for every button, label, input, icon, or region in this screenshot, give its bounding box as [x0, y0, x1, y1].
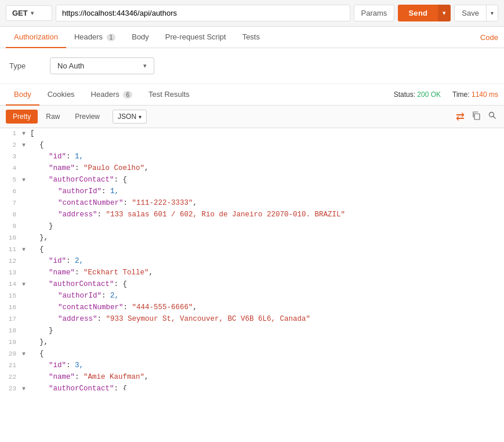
line-content: [ [30, 128, 504, 139]
json-line: 6"authorId": 1, [0, 186, 504, 198]
json-line: 19}, [0, 337, 504, 349]
line-toggle-icon[interactable]: ▼ [22, 245, 30, 255]
line-content: { [30, 349, 504, 360]
tab-response-headers[interactable]: Headers 6 [83, 84, 140, 106]
json-line: 21"id": 3, [0, 360, 504, 372]
save-button[interactable]: Save [455, 5, 486, 21]
json-line: 5▼"authorContact": { [0, 175, 504, 186]
line-content: "id": 1, [30, 151, 504, 162]
json-line: 10}, [0, 233, 504, 244]
line-content: { [30, 244, 504, 255]
json-line: 23▼"authorContact": { [0, 383, 504, 390]
tab-tests[interactable]: Tests [234, 27, 268, 48]
time-label: Time: 1140 ms [452, 90, 498, 99]
json-line: 1▼[ [0, 128, 504, 140]
json-line: 3"id": 1, [0, 151, 504, 163]
line-toggle-icon[interactable]: ▼ [22, 141, 30, 150]
json-line: 14▼"authorContact": { [0, 279, 504, 291]
search-button[interactable] [487, 110, 498, 124]
format-value: JSON [118, 113, 136, 121]
tab-prerequest[interactable]: Pre-request Script [157, 27, 234, 48]
line-toggle-icon[interactable]: ▼ [22, 350, 30, 359]
copy-button[interactable] [470, 110, 482, 124]
url-input[interactable] [56, 5, 350, 21]
tab-preview[interactable]: Preview [68, 110, 107, 124]
line-toggle-icon[interactable]: ▼ [22, 176, 30, 185]
line-content: "contactNumber": "111-222-3333", [30, 198, 504, 209]
json-line: 17"address": "933 Seymour St, Vancouver,… [0, 314, 504, 325]
json-line: 7"contactNumber": "111-222-3333", [0, 198, 504, 209]
line-content: } [30, 325, 504, 336]
request-tabs: Authorization Headers 1 Body Pre-request… [0, 27, 504, 48]
send-button[interactable]: Send [398, 5, 438, 21]
line-content: "authorContact": { [30, 383, 504, 390]
code-link[interactable]: Code [480, 33, 498, 42]
line-content: "authorId": 2, [30, 291, 504, 302]
line-content: }, [30, 233, 504, 244]
auth-chevron-icon: ▾ [143, 62, 147, 70]
status-value: 200 OK [417, 90, 441, 99]
auth-type-select[interactable]: No Auth ▾ [50, 57, 154, 74]
tab-body[interactable]: Body [124, 27, 157, 48]
line-content: "authorContact": { [30, 279, 504, 290]
params-button[interactable]: Params [354, 5, 395, 21]
format-select[interactable]: JSON ▾ [113, 110, 147, 124]
svg-rect-0 [474, 114, 480, 119]
svg-point-1 [490, 113, 494, 117]
headers-badge: 1 [107, 34, 116, 41]
wrap-button[interactable]: ⇄ [455, 109, 466, 124]
line-toggle-icon[interactable]: ▼ [22, 280, 30, 289]
view-actions: ⇄ [455, 109, 498, 124]
line-content: } [30, 221, 504, 232]
tab-test-results[interactable]: Test Results [140, 84, 198, 106]
json-line: 9} [0, 221, 504, 233]
method-select[interactable]: GET ▾ [6, 5, 52, 21]
send-dropdown-button[interactable]: ▾ [438, 5, 451, 21]
json-line: 22"name": "Amie Kaufman", [0, 372, 504, 383]
line-content: "id": 3, [30, 360, 504, 371]
json-line: 8"address": "133 salas 601 / 602, Rio de… [0, 209, 504, 221]
tab-headers[interactable]: Headers 1 [66, 27, 124, 48]
format-chevron-icon: ▾ [139, 114, 142, 120]
tab-raw[interactable]: Raw [39, 110, 67, 124]
tab-response-body[interactable]: Body [6, 84, 39, 106]
line-toggle-icon[interactable]: ▼ [22, 129, 30, 139]
tab-pretty[interactable]: Pretty [6, 110, 38, 124]
json-line: 4"name": "Paulo Coelho", [0, 163, 504, 175]
line-content: "authorContact": { [30, 175, 504, 186]
response-status: Status: 200 OK Time: 1140 ms [394, 90, 498, 99]
json-viewer: 1▼[2▼{3"id": 1,4"name": "Paulo Coelho",5… [0, 128, 504, 390]
save-dropdown-button[interactable]: ▾ [486, 5, 498, 21]
auth-type-label: Type [9, 61, 38, 70]
url-bar: GET ▾ Params Send ▾ Save ▾ [0, 0, 504, 27]
line-content: "name": "Paulo Coelho", [30, 163, 504, 174]
line-toggle-icon[interactable]: ▼ [22, 385, 30, 390]
json-line: 16"contactNumber": "444-555-6666", [0, 302, 504, 314]
time-value: 1140 ms [472, 90, 498, 99]
method-chevron-icon: ▾ [31, 10, 34, 16]
json-line: 12"id": 2, [0, 256, 504, 267]
tab-authorization[interactable]: Authorization [6, 27, 66, 48]
json-line: 20▼{ [0, 349, 504, 360]
method-label: GET [12, 9, 28, 17]
tab-response-cookies[interactable]: Cookies [39, 84, 83, 106]
auth-type-value: No Auth [57, 61, 84, 70]
json-line: 11▼{ [0, 244, 504, 256]
line-content: "id": 2, [30, 256, 504, 267]
line-content: "name": "Eckhart Tolle", [30, 267, 504, 278]
response-headers-badge: 6 [123, 91, 132, 99]
line-content: "authorId": 1, [30, 186, 504, 197]
line-content: { [30, 140, 504, 151]
send-button-group: Send ▾ [398, 5, 451, 21]
save-button-group: Save ▾ [454, 5, 498, 21]
json-line: 15"authorId": 2, [0, 291, 504, 302]
auth-type-row: Type No Auth ▾ [0, 48, 504, 84]
line-content: }, [30, 337, 504, 348]
svg-line-2 [494, 117, 496, 119]
response-tabs: Body Cookies Headers 6 Test Results Stat… [0, 84, 504, 106]
json-line: 13"name": "Eckhart Tolle", [0, 267, 504, 279]
line-content: "name": "Amie Kaufman", [30, 372, 504, 383]
json-line: 18} [0, 325, 504, 337]
line-content: "address": "933 Seymour St, Vancouver, B… [30, 314, 504, 325]
line-content: "address": "133 salas 601 / 602, Rio de … [30, 209, 504, 220]
